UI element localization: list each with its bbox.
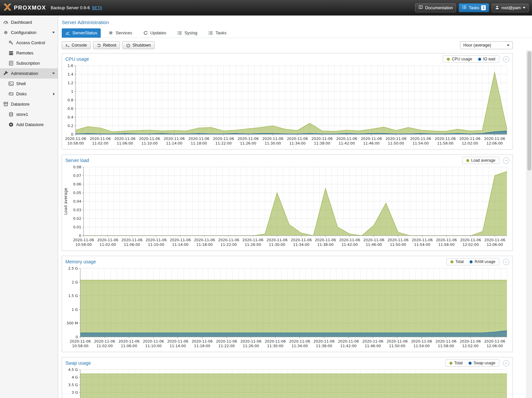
key-icon [8,40,14,45]
svg-text:11:22:00: 11:22:00 [218,344,234,348]
svg-text:3.5 G: 3.5 G [68,383,78,387]
svg-text:2020-11-06: 2020-11-06 [387,339,408,344]
power-icon [126,43,130,48]
sidebar-item-disks[interactable]: Disks [0,89,58,99]
svg-text:11:50:00: 11:50:00 [389,344,405,348]
svg-text:2020-11-06: 2020-11-06 [460,238,481,242]
svg-text:2020-11-06: 2020-11-06 [194,238,215,242]
documentation-button[interactable]: Documentation [415,3,456,12]
svg-text:2020-11-06: 2020-11-06 [313,339,335,344]
svg-text:11:54:00: 11:54:00 [414,243,430,247]
console-button[interactable]: Console [62,41,90,49]
svg-text:11:58:00: 11:58:00 [438,243,454,247]
product-version: Backup Server 0.9-6 [51,5,90,10]
panel-tools: TotalSwap usage [445,359,509,367]
vertical-scrollbar[interactable] [526,50,532,398]
sidebar-item-datastore[interactable]: Datastore [0,99,58,109]
svg-text:4 G: 4 G [72,375,78,380]
svg-text:11:34:00: 11:34:00 [292,344,308,348]
sidebar-item-configuration[interactable]: Configuration [0,27,58,38]
legend-label: Load average [471,158,495,163]
sidebar-item-remotes[interactable]: Remotes [0,48,58,58]
svg-text:11:30:00: 11:30:00 [267,344,283,348]
list-icon [177,31,182,35]
collapse-panel-button[interactable] [503,360,509,366]
panel-header: Swap usage TotalSwap usage [62,357,513,368]
memory-usage-chart: 0500 M1 G1.5 G2 G2.5 G2020-11-0610:58:00… [62,266,513,352]
tab-serverstatus[interactable]: ServerStatus [62,28,101,38]
charts-area: CPU usage CPU usageIO wait 00.20.40.60.8… [62,53,532,398]
svg-text:11:50:00: 11:50:00 [388,141,404,146]
svg-text:2020-11-06: 2020-11-06 [188,137,209,141]
legend-item[interactable]: IO wait [478,57,495,61]
legend-label: CPU usage [452,57,472,61]
collapse-panel-button[interactable] [503,157,509,164]
collapse-panel-button[interactable] [503,259,509,265]
sidebar-item-dashboard[interactable]: Dashboard [0,17,58,27]
svg-text:10:58:00: 10:58:00 [67,141,84,146]
legend-item[interactable]: Swap usage [469,361,495,365]
svg-text:11:58:00: 11:58:00 [438,344,454,348]
svg-text:2020-11-06: 2020-11-06 [119,339,140,344]
caret-down-icon [523,7,525,9]
user-menu-button[interactable]: root@pam [492,4,529,12]
svg-text:2020-11-06: 2020-11-06 [287,137,308,141]
panel-title: CPU usage [65,56,89,62]
beta-link[interactable]: BETA [92,6,102,10]
svg-text:2020-11-06: 2020-11-06 [170,238,191,242]
chevron-down-icon[interactable] [52,32,55,33]
svg-text:2020-11-06: 2020-11-06 [139,137,160,141]
collapse-panel-button[interactable] [503,56,509,62]
svg-text:2020-11-06: 2020-11-06 [363,238,384,242]
sidebar-item-label: Dashboard [11,20,32,25]
shutdown-button[interactable]: Shutdown [123,41,155,49]
time-range-select[interactable]: Hour (average) [460,41,513,49]
tab-syslog[interactable]: Syslog [174,28,201,38]
tab-updates[interactable]: Updates [140,28,170,38]
sidebar-item-administration[interactable]: Administration [0,68,58,79]
tasks-button[interactable]: Tasks 1 [459,3,489,12]
svg-text:2020-11-06: 2020-11-06 [460,339,481,344]
svg-text:0.4: 0.4 [68,115,74,119]
chevron-down-icon[interactable] [52,73,55,74]
svg-text:2020-11-06: 2020-11-06 [240,339,262,344]
tab-label: Services [116,30,132,35]
legend-item[interactable]: Total [450,259,464,264]
tab-services[interactable]: Services [105,28,136,38]
svg-text:11:14:00: 11:14:00 [166,141,182,146]
legend-item[interactable]: Total [449,361,463,365]
panel-title: Memory usage [65,259,96,264]
sidebar-item-access-control[interactable]: Access Control [0,38,58,48]
svg-text:11:46:00: 11:46:00 [363,141,379,146]
legend-dot [470,260,473,263]
plus-circle-icon [8,122,14,127]
svg-text:2020-11-06: 2020-11-06 [143,339,164,344]
svg-text:2020-11-06: 2020-11-06 [387,238,408,242]
legend-item[interactable]: RAM usage [470,259,495,264]
scrollbar-thumb[interactable] [527,51,531,171]
chevron-right-icon[interactable] [53,93,55,95]
svg-text:2020-11-06: 2020-11-06 [164,137,185,141]
legend-item[interactable]: CPU usage [447,57,472,61]
svg-text:1.2: 1.2 [68,81,74,85]
svg-text:0.2: 0.2 [68,124,74,128]
sidebar-item-add-datastore[interactable]: Add Datastore [0,119,58,130]
legend-item[interactable]: Load average [466,158,495,163]
svg-text:12:02:00: 12:02:00 [462,344,479,348]
reboot-button[interactable]: Reboot [93,41,120,49]
sidebar-item-shell[interactable]: Shell [0,79,58,89]
svg-text:2020-11-06: 2020-11-06 [412,238,433,242]
sidebar-item-store1[interactable]: store1 [0,109,58,119]
svg-text:2020-11-06: 2020-11-06 [484,137,505,141]
svg-text:2020-11-06: 2020-11-06 [338,339,359,344]
svg-text:12:06:00: 12:06:00 [487,243,503,247]
remotes-icon [8,50,14,55]
tab-tasks[interactable]: Tasks [205,28,230,38]
svg-text:2020-11-06: 2020-11-06 [410,137,431,141]
svg-text:11:06:00: 11:06:00 [117,141,133,146]
sidebar-item-subscription[interactable]: Subscription [0,58,58,68]
svg-text:2020-11-06: 2020-11-06 [291,238,312,242]
svg-text:11:34:00: 11:34:00 [289,141,305,146]
gears-icon [108,30,113,35]
svg-text:0.08: 0.08 [73,165,82,169]
